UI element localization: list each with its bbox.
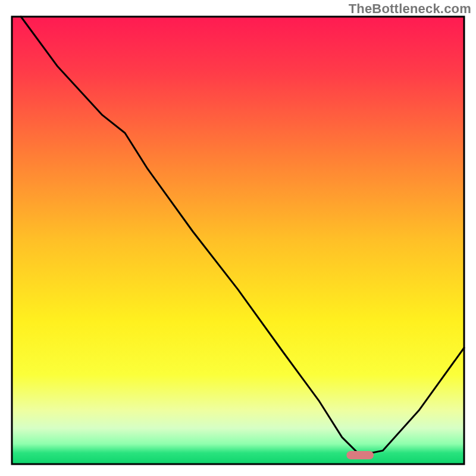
watermark-text: TheBottleneck.com	[349, 1, 471, 17]
optimal-marker	[346, 451, 374, 459]
chart-gradient-panel	[12, 17, 464, 464]
chart-svg	[0, 0, 476, 476]
chart-stage: TheBottleneck.com	[0, 0, 476, 476]
